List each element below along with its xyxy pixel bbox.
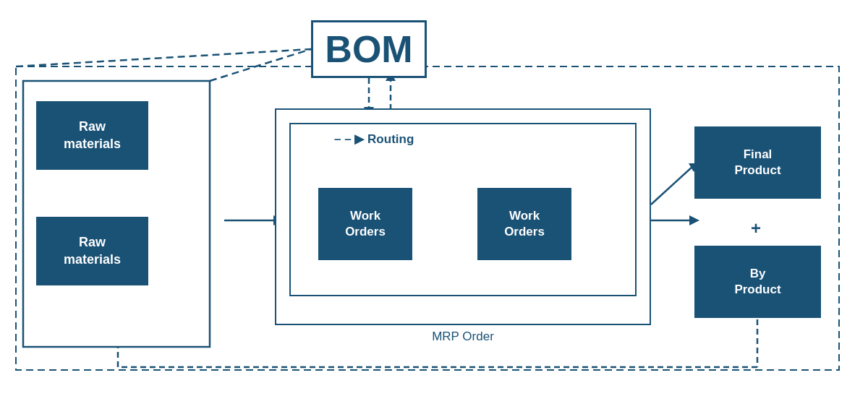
work-orders-block-2: Work Orders — [477, 188, 571, 260]
mrp-order-label: MRP Order — [276, 330, 650, 344]
final-product-block: Final Product — [694, 126, 821, 199]
bom-label: BOM — [325, 30, 412, 68]
svg-line-2 — [210, 49, 311, 81]
svg-marker-21 — [113, 327, 123, 335]
raw-materials-block-2: Raw materials — [36, 217, 148, 285]
routing-label: – – ▶ Routing — [334, 132, 414, 147]
svg-line-14 — [651, 166, 693, 205]
diagram-container: BOM Raw materials Raw materials MRP Orde… — [0, 0, 868, 396]
plus-sign: + — [751, 218, 761, 238]
work-orders-block-1: Work Orders — [318, 188, 412, 260]
svg-marker-17 — [689, 215, 699, 225]
raw-materials-block-1: Raw materials — [36, 101, 148, 170]
svg-line-1 — [16, 49, 311, 66]
by-product-block: By Product — [694, 246, 821, 318]
bom-box: BOM — [311, 20, 427, 78]
